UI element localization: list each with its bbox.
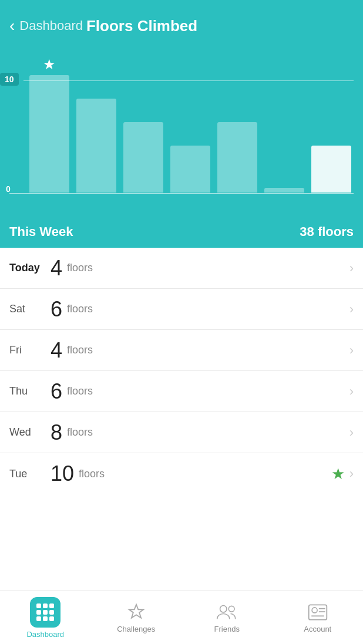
nav-item-account[interactable]: Account — [273, 591, 364, 644]
floor-unit: floors — [67, 385, 93, 397]
floor-unit: floors — [67, 262, 93, 274]
svg-point-1 — [229, 606, 235, 612]
bar-tue: ★ — [29, 75, 69, 193]
list-item[interactable]: Wed 8 floors › — [0, 412, 363, 453]
list-item[interactable]: Sat 6 floors › — [0, 289, 363, 330]
day-label: Thu — [9, 385, 51, 397]
floor-count: 4 — [51, 340, 62, 361]
nav-label-dashboard: Dashboard — [26, 630, 64, 639]
floor-count: 4 — [51, 258, 62, 279]
chart-area: 10 0 ★ — [0, 42, 363, 218]
bar-wed — [76, 99, 116, 193]
dashboard-icon — [36, 603, 54, 621]
week-label: This Week — [9, 224, 73, 240]
floor-unit: floors — [67, 344, 93, 356]
day-label: Today — [9, 262, 51, 274]
account-icon — [307, 602, 328, 622]
breadcrumb: Dashboard — [19, 18, 83, 33]
chevron-icon: › — [349, 343, 354, 358]
floor-unit: floors — [67, 303, 93, 315]
list-item[interactable]: Fri 4 floors › — [0, 330, 363, 371]
day-label: Wed — [9, 426, 51, 439]
nav-item-dashboard[interactable]: Dashboard — [0, 591, 91, 644]
chart-baseline — [9, 193, 354, 194]
challenges-icon — [126, 602, 147, 622]
floor-unit: floors — [79, 468, 105, 480]
floor-count: 6 — [51, 381, 62, 402]
floor-count: 8 — [51, 422, 62, 443]
bar-sun — [264, 188, 304, 193]
bar-today — [311, 146, 351, 193]
goal-star-icon: ★ — [43, 56, 56, 73]
friends-icon — [216, 602, 237, 622]
bar-thu — [123, 122, 163, 193]
bars-container: ★ — [29, 75, 351, 193]
goal-achieved-star-icon: ★ — [331, 465, 345, 483]
day-label: Fri — [9, 344, 51, 356]
list-item[interactable]: Today 4 floors › — [0, 248, 363, 289]
day-label: Tue — [9, 468, 51, 480]
dashboard-icon-wrap — [30, 597, 60, 628]
chevron-icon: › — [349, 302, 354, 317]
floor-count: 10 — [51, 463, 74, 484]
back-button[interactable]: ‹ — [9, 18, 15, 34]
svg-point-0 — [220, 605, 227, 612]
chart-label-0: 0 — [6, 184, 11, 194]
chevron-icon: › — [349, 425, 354, 440]
list-item[interactable]: Thu 6 floors › — [0, 371, 363, 412]
nav-item-friends[interactable]: Friends — [182, 591, 273, 644]
nav-label-friends: Friends — [214, 625, 240, 633]
nav-label-account: Account — [304, 625, 331, 633]
day-label: Sat — [9, 303, 51, 315]
week-total: 38 floors — [300, 224, 354, 240]
nav-item-challenges[interactable]: Challenges — [91, 591, 182, 644]
bottom-nav: Dashboard Challenges Friends Account — [0, 591, 363, 644]
daily-list: Today 4 floors › Sat 6 floors › Fri 4 fl… — [0, 248, 363, 494]
floor-count: 6 — [51, 299, 62, 320]
page-title: Floors Climbed — [86, 17, 197, 35]
chevron-icon: › — [349, 384, 354, 399]
list-item[interactable]: Tue 10 floors ★ › — [0, 453, 363, 494]
bar-sat — [217, 122, 257, 193]
header: ‹ Dashboard Floors Climbed — [0, 0, 363, 42]
bar-fri — [170, 146, 210, 193]
nav-label-challenges: Challenges — [117, 625, 155, 633]
svg-point-3 — [312, 607, 317, 612]
week-summary: This Week 38 floors — [0, 218, 363, 248]
floor-unit: floors — [67, 426, 93, 439]
chevron-icon: › — [349, 466, 354, 481]
chevron-icon: › — [349, 261, 354, 276]
chart-label-10: 10 — [0, 73, 19, 86]
